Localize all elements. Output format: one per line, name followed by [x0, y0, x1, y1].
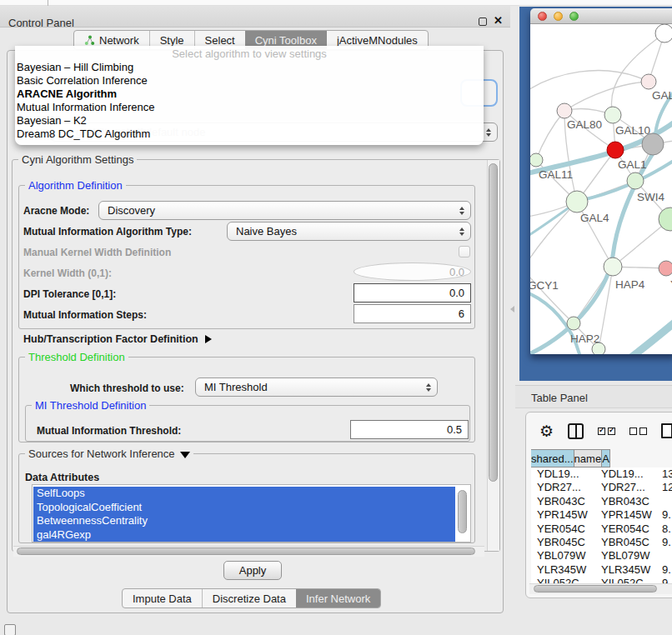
tab-label: Network [99, 34, 139, 47]
column-header[interactable]: name [574, 449, 603, 468]
dpi-tolerance-field[interactable]: 0.0 [354, 283, 471, 302]
network-node-HAP2[interactable] [567, 317, 580, 330]
apply-button[interactable]: Apply [223, 561, 282, 580]
table-row[interactable]: YBR045C YBR045C 9. [531, 536, 672, 549]
tab-label: Cyni Toolbox [255, 34, 317, 47]
table-hscrollbar-thumb[interactable] [534, 585, 657, 592]
settings-scrollbar-thumb[interactable] [489, 163, 498, 482]
cell-name: YDL19... [595, 468, 658, 481]
network-node[interactable] [655, 24, 672, 42]
table-panel-title: Table Panel [531, 392, 588, 404]
network-node-GAL1[interactable] [607, 142, 624, 158]
expand-arrow-icon [205, 335, 212, 343]
split-columns-icon[interactable] [568, 423, 584, 439]
tab-label: Impute Data [133, 592, 192, 605]
minimize-traffic-light-icon[interactable] [554, 12, 563, 21]
table-header-row: shared... name A [531, 449, 672, 468]
mi-steps-label: Mutual Information Steps: [23, 309, 147, 321]
dropdown-item[interactable]: Bayesian – K2 [15, 114, 484, 128]
gear-icon[interactable]: ⚙ [539, 423, 554, 439]
network-node-GAL4[interactable] [566, 191, 588, 212]
network-node-HAP4[interactable] [604, 258, 622, 276]
network-node-GAL[interactable] [641, 74, 656, 89]
cell-shared-name: YDL19... [531, 468, 595, 481]
dropdown-item[interactable]: Bayesian – Hill Climbing [15, 61, 484, 74]
dropdown-item[interactable]: Basic Correlation Inference [15, 74, 484, 88]
settings-hscrollbar-thumb[interactable] [17, 548, 475, 555]
deselect-all-columns-icon[interactable] [629, 428, 647, 435]
close-traffic-light-icon[interactable] [538, 12, 547, 21]
sources-group-title[interactable]: Sources for Network Inference [25, 448, 193, 460]
dpi-tolerance-label: DPI Tolerance [0,1]: [23, 288, 116, 300]
table-row[interactable]: YDL19... YDL19... 13 [531, 468, 672, 481]
network-edge [611, 33, 664, 115]
cell-value [658, 549, 672, 562]
splitter-handle-icon[interactable] [510, 306, 514, 312]
attribute-list-item[interactable]: gal4RGexp [33, 528, 455, 542]
network-edge [629, 308, 672, 354]
dropdown-item-label: Bayesian – Hill Climbing [17, 61, 133, 73]
network-node-label: GAL11 [539, 168, 573, 181]
combo-arrows-icon [426, 383, 431, 392]
select-all-columns-icon[interactable] [598, 428, 615, 435]
manual-kernel-checkbox[interactable] [459, 246, 470, 258]
network-node-GAL80[interactable] [557, 103, 572, 118]
table-row[interactable]: YPR145W YPR145W 9. [531, 508, 672, 522]
column-header-label: name [574, 452, 602, 465]
network-node-SWI4[interactable] [627, 172, 644, 189]
column-header[interactable]: A [602, 449, 610, 468]
table-row[interactable]: YDR27... YDR27... 12 [531, 481, 672, 494]
tab[interactable]: Infer Network [296, 589, 380, 608]
aracne-mode-combo[interactable]: Discovery [98, 201, 471, 220]
attribute-list-item[interactable]: TopologicalCoefficient [33, 501, 455, 515]
table-row[interactable]: YLR345W YLR345W 9. [531, 563, 672, 577]
combo-arrows-icon [459, 207, 464, 215]
network-edge [530, 202, 577, 269]
algorithm-dropdown: Select algorithm to view settings Bayesi… [15, 46, 484, 145]
column-header-label: A [602, 452, 609, 465]
dropdown-item[interactable]: Mutual Information Inference [15, 101, 484, 114]
network-node-GAL10[interactable] [604, 107, 621, 123]
app-root: Control Panel ✕ Network [0, 0, 672, 635]
cell-shared-name: YBR043C [531, 495, 595, 508]
settings-group-title: Cyni Algorithm Settings [18, 153, 137, 166]
network-node-GAL11[interactable] [530, 153, 543, 167]
table-row[interactable]: YBL079W YBL079W [531, 549, 672, 562]
table-toolbar: ⚙ [526, 418, 672, 444]
aracne-mode-label: Aracne Mode: [23, 205, 89, 217]
network-node-Y[interactable] [659, 261, 672, 276]
network-node-label: GAL10 [615, 124, 650, 137]
table-row[interactable]: YBR043C YBR043C [531, 495, 672, 508]
column-header[interactable]: shared... [531, 449, 574, 468]
dropdown-item-label: Basic Correlation Inference [17, 74, 148, 87]
table-panel-titlebar: Table Panel [515, 385, 672, 408]
float-panel-icon[interactable] [479, 18, 487, 26]
kernel-width-field[interactable]: 0.0 [354, 262, 471, 281]
dropdown-item[interactable]: ARACNE Algorithm [15, 88, 484, 101]
attribute-list-scrollbar-thumb[interactable] [458, 490, 467, 533]
mi-steps-field[interactable]: 6 [354, 304, 471, 323]
network-window-titlebar[interactable] [530, 8, 672, 24]
new-column-icon[interactable] [661, 423, 672, 438]
hub-definition-toggle[interactable]: Hub/Transcription Factor Definition [23, 333, 212, 345]
which-threshold-combo[interactable]: MI Threshold [195, 378, 438, 397]
zoom-traffic-light-icon[interactable] [569, 12, 579, 21]
minimized-panel-icon[interactable] [4, 624, 16, 635]
mi-type-combo[interactable]: Naive Bayes [227, 222, 471, 241]
close-panel-icon[interactable]: ✕ [494, 14, 503, 27]
dropdown-item[interactable]: Dream8 DC_TDC Algorithm [15, 128, 484, 141]
cell-shared-name: YDR27... [531, 481, 595, 494]
dropdown-item-label: Mutual Information Inference [17, 101, 154, 113]
control-panel-title: Control Panel [8, 17, 74, 29]
mi-threshold-field[interactable]: 0.5 [350, 420, 469, 439]
algorithm-definition-title: Algorithm Definition [25, 179, 126, 192]
tab[interactable]: Impute Data [123, 589, 202, 608]
cell-name: YPR145W [595, 508, 658, 522]
dropdown-item-label: ARACNE Algorithm [17, 88, 117, 100]
attribute-list-item[interactable]: BetweennessCentrality [33, 514, 455, 528]
table-row[interactable]: YER054C YER054C 8. [531, 522, 672, 536]
dropdown-placeholder: Select algorithm to view settings [15, 48, 484, 61]
attribute-list-item[interactable]: SelfLoops [33, 487, 455, 501]
network-canvas[interactable]: GALGAL80GAL10GAL1GAL11SWI4GAL4GCY1HAP4YH… [530, 24, 672, 354]
tab[interactable]: Discretize Data [202, 589, 296, 608]
